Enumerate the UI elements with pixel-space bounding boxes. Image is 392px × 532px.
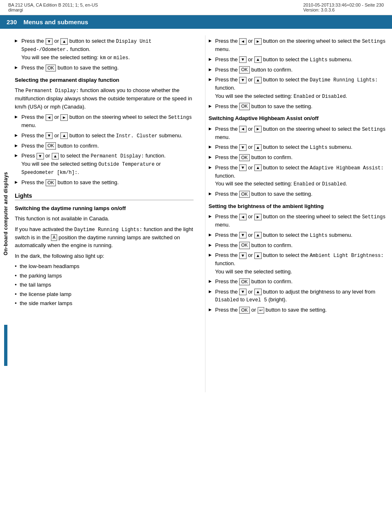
list-item: Press the OK button to confirm. [209,153,387,162]
down-button: ▼ [239,144,247,151]
list-item: Press the OK button to save the setting. [15,64,194,72]
down-button: ▼ [46,132,53,139]
list-item: Press the OK button to confirm. [15,142,194,150]
left-column: Press the ▼ or ▲ button to select the Di… [15,35,197,392]
list-item: Press the OK button to save the setting. [209,102,387,111]
list-item: Press the ▼ or ▲ button to select the Di… [15,37,194,62]
list-item: Press the ◄ or ► button on the steering … [209,37,387,53]
left-button: ◄ [239,38,247,45]
adaptive-bullet-list: Press the ◄ or ► button on the steering … [209,125,387,198]
list-item: Press the ▼ or ▲ button to select the Li… [209,231,387,239]
ok-button: OK [239,66,250,73]
sidebar-label-text: On-board computer and displays [3,172,9,255]
settings-bullets-1: Press the ◄ or ► button on the steering … [209,37,387,110]
list-item: Press ▼ or ▲ to select the Permanent Dis… [15,152,194,176]
ok-button: OK [46,65,56,72]
down-button: ▼ [239,56,247,63]
left-button: ◄ [46,114,53,121]
list-item: the low-beam headlamps [15,262,194,271]
down-button: ▼ [239,77,247,83]
down-button: ▼ [239,232,247,238]
section-header: 230 Menus and submenus [0,15,392,29]
list-item: Press the ▼ or ▲ button to select the Da… [209,76,387,100]
right-column: Press the ◄ or ► button on the steering … [205,35,387,392]
right-button: ► [254,38,262,45]
down-button: ▼ [46,38,53,45]
daytime-intro3: In the dark, the following also light up… [15,252,194,260]
up-button: ▲ [254,77,262,83]
list-item: Press the ▼ or ▲ button to select the Li… [209,56,387,64]
ambient-bullet-list: Press the ◄ or ► button on the steering … [209,213,387,314]
list-item: Press the ◄ or ► button on the steering … [209,213,387,229]
ok-button: OK [239,154,250,161]
adaptive-heading: Switching Adaptive Highbeam Assist on/of… [209,114,387,123]
ok-button: OK [239,307,250,314]
left-button: ◄ [239,126,247,132]
daytime-intro2: If you have activated the Daytime Runnin… [15,225,194,250]
list-item: Press the OK or ↩ button to save the set… [209,306,387,314]
right-button: ► [254,214,262,220]
document-header: BA 212 USA, CA Edition B 2011; 1; 5, en-… [0,0,392,15]
list-item: Press the ◄ or ► button on the steering … [15,113,194,130]
a-position-icon: A [51,234,57,241]
down-button: ▼ [239,164,247,171]
right-button: ► [254,126,262,132]
intro-bullet-list: Press the ▼ or ▲ button to select the Di… [15,37,194,72]
header-right: 2010-05-20T13:33:46+02:00 - Seite 230Ver… [303,2,384,12]
up-button: ▲ [60,132,68,139]
selecting-body: The Permanent Display: function allows y… [15,86,194,111]
list-item: Press the OK button to confirm. [209,241,387,250]
up-button: ▲ [52,153,59,160]
up-button: ▲ [254,144,262,151]
up-button: ▲ [254,252,262,259]
down-button: ▼ [239,252,247,259]
selecting-bullet-list: Press the ◄ or ► button on the steering … [15,113,194,187]
list-item: Press the OK button to confirm. [209,278,387,286]
daytime-items-list: the low-beam headlamps the parking lamps… [15,262,194,308]
ok-button: OK [239,191,250,198]
list-item: Press the OK button to confirm. [209,66,387,74]
list-item: Press the ▼ or ▲ button to select the Li… [209,143,387,151]
sidebar-label-container: On-board computer and displays [0,29,12,399]
ok-button: OK [46,179,56,186]
up-button: ▲ [254,164,262,171]
list-item: Press the OK button to save the setting. [15,178,194,187]
ok-button: OK [239,103,250,110]
up-button: ▲ [60,38,68,45]
back-button: ↩ [258,307,264,314]
right-button: ► [60,114,68,121]
list-item: Press the OK button to save the setting. [209,190,387,198]
lights-heading: Lights [15,192,194,200]
content-wrapper: On-board computer and displays Press the… [0,29,392,399]
ok-button: OK [46,142,56,149]
ok-button: OK [239,242,250,249]
page-number: 230 [7,19,17,25]
list-item: Press the ▼ or ▲ button to adjust the br… [209,288,387,304]
up-button: ▲ [254,289,262,295]
down-button: ▼ [239,289,247,295]
sidebar-blue-accent [4,325,7,366]
list-item: Press the ◄ or ► button on the steering … [209,125,387,141]
daytime-intro1: This function is not available in Canada… [15,215,194,223]
ok-button: OK [239,278,250,285]
list-item: Press the ▼ or ▲ button to select the Am… [209,251,387,275]
section-title: Menus and submenus [23,19,88,25]
left-button: ◄ [239,214,247,220]
header-left: BA 212 USA, CA Edition B 2011; 1; 5, en-… [8,2,98,12]
list-item: the parking lamps [15,272,194,280]
up-button: ▲ [254,56,262,63]
list-item: Press the ▼ or ▲ button to select the In… [15,132,194,140]
list-item: the license plate lamp [15,290,194,298]
ambient-heading: Setting the brightness of the ambient li… [209,202,387,210]
daytime-heading: Switching the daytime running lamps on/o… [15,204,194,213]
list-item: the side marker lamps [15,299,194,308]
columns: Press the ▼ or ▲ button to select the Di… [12,29,392,399]
up-button: ▲ [254,232,262,238]
down-button: ▼ [37,153,44,160]
selecting-heading: Selecting the permanent display function [15,76,194,84]
list-item: Press the ▼ or ▲ button to select the Ad… [209,164,387,188]
list-item: the tail lamps [15,281,194,289]
